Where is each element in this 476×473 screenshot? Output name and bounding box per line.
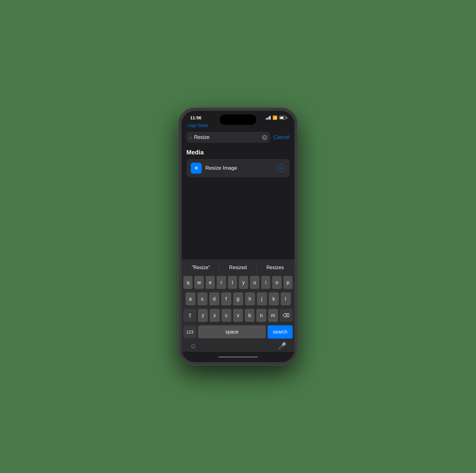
phone-frame: 11:56 📶 ‹ App Store: [179, 108, 298, 365]
autocorrect-item-quoted[interactable]: "Resize": [182, 262, 219, 273]
key-row-2: a s d f g h j k l: [183, 292, 293, 305]
result-card-resize-image[interactable]: ✕ Resize Image i: [186, 159, 290, 177]
keyboard: "Resize" Resized Resizes q w e r t y u i: [182, 259, 294, 352]
microphone-button[interactable]: 🎤: [278, 342, 286, 350]
key-u[interactable]: u: [250, 276, 259, 289]
content-area: Media ✕ Resize Image i: [182, 145, 294, 259]
key-row-1: q w e r t y u i o p: [183, 276, 293, 289]
key-q[interactable]: q: [183, 276, 193, 289]
key-t[interactable]: t: [228, 276, 237, 289]
search-area: ⌕ Resize ✕ Cancel: [182, 130, 294, 145]
search-input-wrapper[interactable]: ⌕ Resize ✕: [186, 132, 270, 143]
key-d[interactable]: d: [209, 292, 219, 305]
key-a[interactable]: a: [186, 292, 196, 305]
keyboard-rows: q w e r t y u i o p a s d f g: [182, 276, 294, 322]
home-indicator: [182, 352, 294, 362]
key-b[interactable]: b: [245, 309, 254, 322]
key-o[interactable]: o: [272, 276, 281, 289]
autocorrect-bar: "Resize" Resized Resizes: [182, 262, 294, 273]
back-label: App Store: [189, 123, 208, 128]
bottom-key-row: 123 space search: [182, 325, 294, 338]
key-c[interactable]: c: [222, 309, 231, 322]
key-y[interactable]: y: [239, 276, 248, 289]
key-k[interactable]: k: [269, 292, 279, 305]
dynamic-island: [220, 114, 256, 125]
key-p[interactable]: p: [283, 276, 293, 289]
cancel-button[interactable]: Cancel: [273, 134, 290, 140]
key-x[interactable]: x: [210, 309, 219, 322]
info-button[interactable]: i: [277, 164, 285, 172]
autocorrect-item-resizes[interactable]: Resizes: [257, 262, 294, 273]
key-m[interactable]: m: [268, 309, 278, 322]
key-e[interactable]: e: [206, 276, 215, 289]
status-time: 11:56: [190, 115, 201, 120]
key-i[interactable]: i: [261, 276, 270, 289]
key-v[interactable]: v: [233, 309, 243, 322]
wifi-icon: 📶: [272, 115, 277, 120]
space-key[interactable]: space: [198, 325, 266, 338]
key-r[interactable]: r: [217, 276, 226, 289]
emoji-mic-row: ☺ 🎤: [182, 341, 294, 352]
signal-icon: [266, 116, 271, 120]
key-f[interactable]: f: [221, 292, 231, 305]
back-chevron-icon: ‹: [186, 123, 188, 128]
autocorrect-item-resized[interactable]: Resized: [220, 262, 257, 273]
key-g[interactable]: g: [233, 292, 243, 305]
key-w[interactable]: w: [194, 276, 204, 289]
search-bar-row: ⌕ Resize ✕ Cancel: [186, 132, 290, 143]
resize-icon-symbol: ✕: [194, 165, 199, 172]
search-magnifier-icon: ⌕: [189, 135, 192, 140]
search-key[interactable]: search: [268, 325, 293, 338]
key-s[interactable]: s: [197, 292, 207, 305]
result-name: Resize Image: [205, 165, 274, 171]
home-bar: [218, 356, 258, 358]
key-l[interactable]: l: [281, 292, 291, 305]
numbers-key[interactable]: 123: [183, 325, 196, 338]
key-n[interactable]: n: [256, 309, 266, 322]
search-query-text: Resize: [194, 134, 260, 140]
status-icons: 📶: [266, 115, 286, 120]
search-clear-button[interactable]: ✕: [262, 135, 267, 140]
result-icon: ✕: [191, 163, 202, 174]
phone-screen: 11:56 📶 ‹ App Store: [182, 111, 294, 362]
battery-icon: [279, 116, 286, 119]
section-header-media: Media: [186, 149, 290, 156]
key-j[interactable]: j: [257, 292, 267, 305]
delete-key[interactable]: ⌫: [280, 309, 293, 322]
key-row-3: ⇧ z x c v b n m ⌫: [183, 309, 293, 322]
emoji-button[interactable]: ☺: [190, 342, 197, 350]
key-z[interactable]: z: [198, 309, 208, 322]
key-h[interactable]: h: [245, 292, 255, 305]
shift-key[interactable]: ⇧: [183, 309, 196, 322]
